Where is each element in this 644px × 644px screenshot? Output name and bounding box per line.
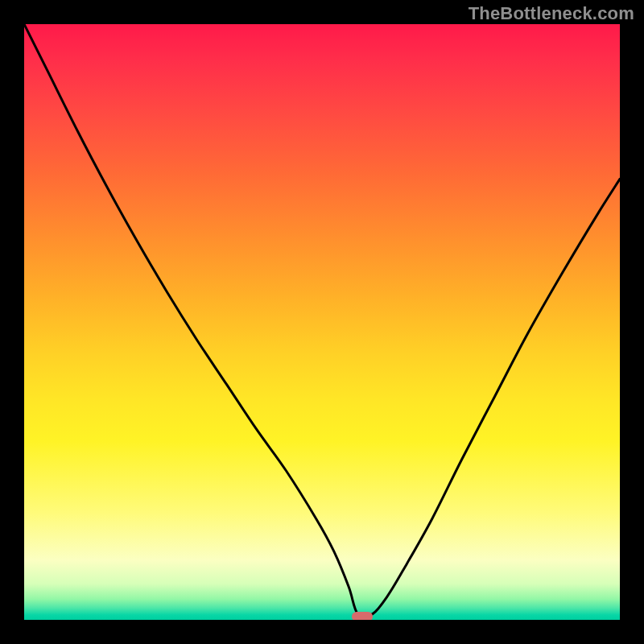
plot-area <box>24 24 620 620</box>
optimum-marker <box>352 612 373 620</box>
chart-frame: TheBottleneck.com <box>0 0 644 644</box>
bottleneck-curve <box>24 24 620 617</box>
curve-svg <box>24 24 620 620</box>
watermark-text: TheBottleneck.com <box>469 3 634 24</box>
